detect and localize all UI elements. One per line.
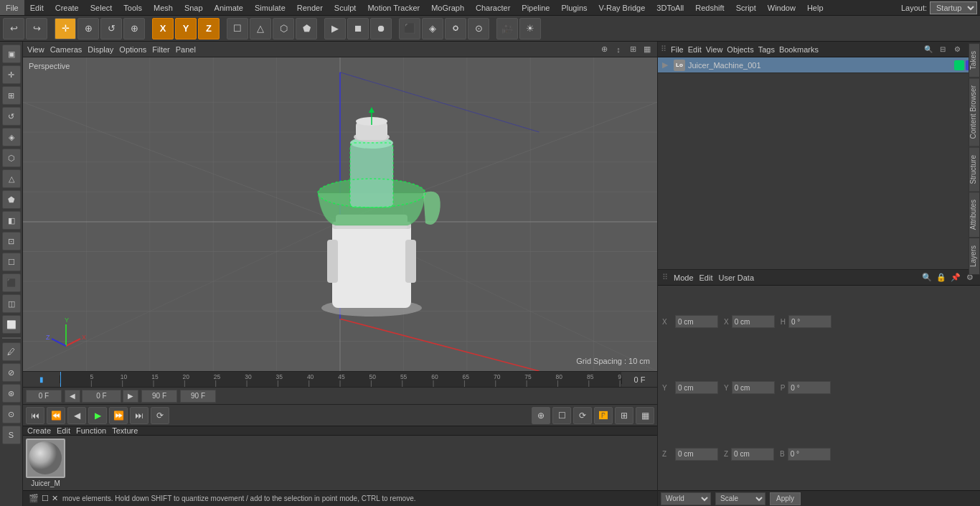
- goto-end-button[interactable]: ⏭: [130, 407, 149, 424]
- 3d-viewport[interactable]: Perspective: [23, 57, 657, 371]
- frame-start-input[interactable]: [26, 390, 62, 403]
- render-settings-button[interactable]: ⏺: [370, 18, 392, 39]
- obj-search-icon[interactable]: 🔍: [923, 44, 934, 55]
- auto-keyframe-button[interactable]: ⟳: [573, 407, 592, 424]
- menu-vray[interactable]: V-Ray Bridge: [593, 0, 651, 15]
- point-mode-button[interactable]: ⬟: [296, 18, 317, 39]
- pos-x-input[interactable]: [675, 315, 718, 328]
- pos-x2-input[interactable]: [732, 315, 775, 328]
- vp-icon-4[interactable]: ▦: [641, 44, 653, 55]
- motion-path-button[interactable]: 🅿: [594, 407, 613, 424]
- tool-rotate[interactable]: ↺: [2, 107, 21, 126]
- obj-menu-edit[interactable]: Edit: [688, 45, 702, 54]
- object-mode-button[interactable]: ☐: [227, 18, 248, 39]
- render-button[interactable]: ⏹: [347, 18, 369, 39]
- menu-3dtoall[interactable]: 3DToAll: [651, 0, 689, 15]
- menu-motion-tracker[interactable]: Motion Tracker: [362, 0, 425, 15]
- fcurve-button[interactable]: ▦: [636, 407, 654, 424]
- tool-3[interactable]: △: [2, 169, 21, 188]
- tool-paint[interactable]: 🖊: [2, 342, 21, 361]
- menu-mograph[interactable]: MoGraph: [425, 0, 470, 15]
- attr-menu-userdata[interactable]: User Data: [719, 273, 755, 282]
- menu-redshift[interactable]: Redshift: [689, 0, 730, 15]
- side-view-button[interactable]: ⭘: [445, 18, 466, 39]
- menu-character[interactable]: Character: [470, 0, 516, 15]
- menu-simulate[interactable]: Simulate: [249, 0, 291, 15]
- pos-z-input[interactable]: [675, 448, 718, 461]
- menu-script[interactable]: Script: [730, 0, 762, 15]
- front-view-button[interactable]: ⬛: [399, 18, 420, 39]
- z-axis-button[interactable]: Z: [198, 18, 220, 39]
- light-button[interactable]: ☀: [519, 18, 541, 39]
- world-dropdown[interactable]: World Object Local: [661, 492, 711, 505]
- status-icon-film[interactable]: 🎬: [29, 494, 39, 503]
- top-view-button[interactable]: ◈: [422, 18, 443, 39]
- tab-layers[interactable]: Layers: [969, 238, 980, 275]
- add-keyframe-button[interactable]: ⊕: [532, 407, 550, 424]
- obj-menu-file[interactable]: File: [671, 45, 684, 54]
- dot-green[interactable]: [954, 60, 964, 70]
- tool-smooth[interactable]: S: [2, 426, 21, 444]
- tool-6[interactable]: ⊡: [2, 232, 21, 250]
- keyframe-sel-button[interactable]: ☐: [552, 407, 571, 424]
- goto-start-button[interactable]: ⏮: [26, 407, 44, 424]
- menu-window[interactable]: Window: [762, 0, 801, 15]
- viewport-menu-display[interactable]: Display: [88, 45, 113, 54]
- attr-lock-icon[interactable]: 🔒: [936, 272, 947, 284]
- scale-tool-button[interactable]: ↺: [100, 18, 122, 39]
- layout-select[interactable]: Startup: [930, 1, 977, 14]
- menu-edit[interactable]: Edit: [24, 0, 50, 15]
- pos-z2-input[interactable]: [731, 448, 774, 461]
- tab-takes[interactable]: Takes: [969, 43, 980, 78]
- frame-end-input2[interactable]: [180, 390, 216, 403]
- tool-8[interactable]: ⬛: [2, 273, 21, 292]
- obj-menu-view[interactable]: View: [706, 45, 723, 54]
- tab-structure[interactable]: Structure: [969, 147, 980, 192]
- mat-menu-function[interactable]: Function: [76, 426, 106, 435]
- play-forward-button[interactable]: ▶: [88, 407, 107, 424]
- pos-y-input[interactable]: [675, 381, 718, 394]
- obj-settings-icon[interactable]: ⚙: [951, 44, 963, 55]
- b-input[interactable]: [788, 448, 831, 461]
- p-input[interactable]: [788, 381, 831, 394]
- tool-2[interactable]: ⬡: [2, 149, 21, 167]
- camera-button[interactable]: 🎥: [496, 18, 518, 39]
- frame-fwd-btn[interactable]: ▶: [123, 390, 138, 403]
- menu-plugins[interactable]: Plugins: [555, 0, 593, 15]
- attr-search-icon[interactable]: 🔍: [921, 272, 933, 284]
- mat-menu-texture[interactable]: Texture: [112, 426, 138, 435]
- pos-y2-input[interactable]: [732, 381, 775, 394]
- viewport-menu-cameras[interactable]: Cameras: [50, 45, 83, 54]
- menu-mesh[interactable]: Mesh: [148, 0, 179, 15]
- move-tool-button[interactable]: ⊕: [77, 18, 99, 39]
- loop-button[interactable]: ⟳: [151, 407, 169, 424]
- menu-pipeline[interactable]: Pipeline: [516, 0, 555, 15]
- menu-animate[interactable]: Animate: [209, 0, 249, 15]
- frame-end-input1[interactable]: [141, 390, 177, 403]
- object-row-juicer[interactable]: ▶ Lo Juicer_Machine_001: [658, 57, 980, 73]
- frame-current-input[interactable]: [82, 390, 121, 403]
- tool-7[interactable]: ☐: [2, 253, 21, 271]
- prev-frame-button[interactable]: ⏪: [47, 407, 65, 424]
- obj-filter-icon[interactable]: ⊟: [937, 44, 948, 55]
- undo-button[interactable]: ↩: [3, 18, 24, 39]
- menu-file[interactable]: File: [0, 0, 24, 15]
- attr-menu-edit[interactable]: Edit: [699, 273, 713, 282]
- tab-attributes[interactable]: Attributes: [969, 192, 980, 238]
- attr-pin-icon[interactable]: 📌: [950, 272, 961, 284]
- status-icon-window[interactable]: ☐: [42, 494, 49, 503]
- mat-menu-edit[interactable]: Edit: [57, 426, 70, 435]
- edge-mode-button[interactable]: ⬡: [273, 18, 294, 39]
- select-tool-button[interactable]: ✛: [55, 18, 76, 39]
- vp-icon-1[interactable]: ⊕: [598, 44, 610, 55]
- menu-help[interactable]: Help: [801, 0, 829, 15]
- timeline-ruler[interactable]: ▮ 5 10 15 20 25: [23, 371, 657, 387]
- y-axis-button[interactable]: Y: [175, 18, 197, 39]
- obj-menu-bookmarks[interactable]: Bookmarks: [779, 45, 819, 54]
- obj-menu-tags[interactable]: Tags: [758, 45, 775, 54]
- tool-4[interactable]: ⬟: [2, 190, 21, 209]
- tool-fill[interactable]: ⊛: [2, 384, 21, 403]
- material-thumbnail[interactable]: [26, 439, 65, 478]
- viewport-menu-filter[interactable]: Filter: [152, 45, 169, 54]
- rotate-tool-button[interactable]: ⊕: [123, 18, 145, 39]
